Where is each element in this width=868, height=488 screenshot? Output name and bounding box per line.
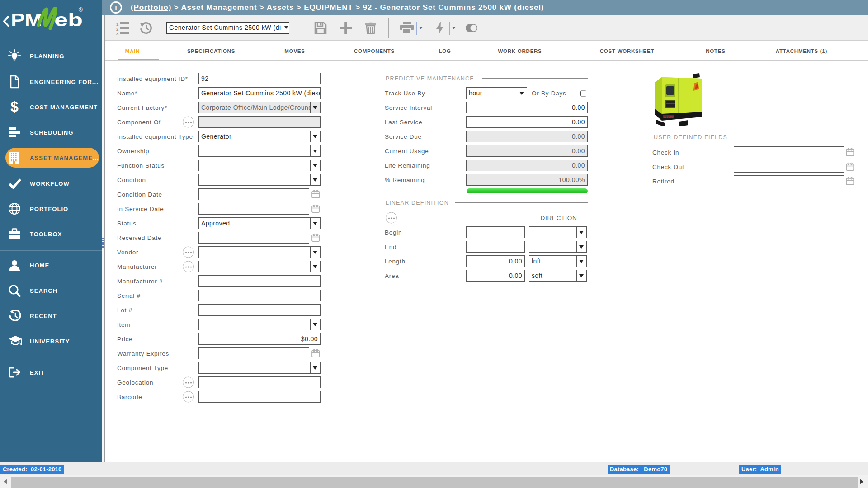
svg-text:3: 3 [116,31,118,35]
svg-text:®: ® [79,7,83,13]
svg-text:A-9000: A-9000 [664,115,674,118]
svg-text:$: $ [10,99,19,115]
svg-text:PM: PM [11,9,42,30]
svg-text:1: 1 [116,22,119,27]
